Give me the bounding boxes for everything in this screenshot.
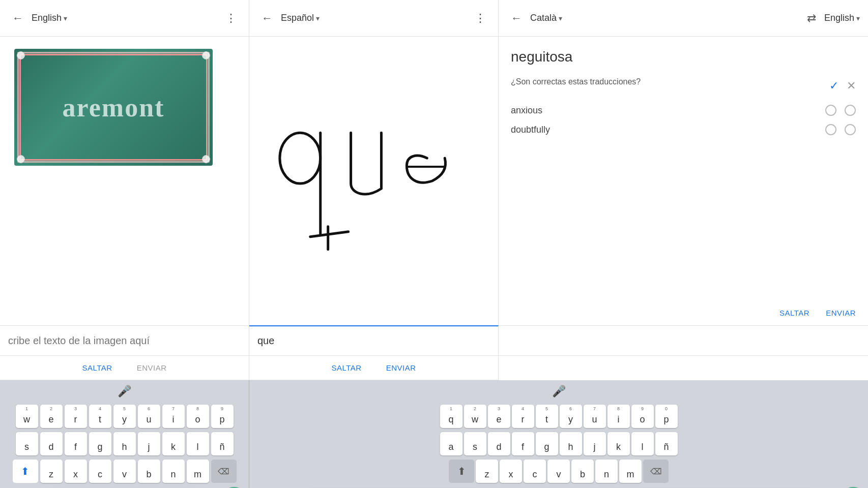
right-action-buttons: SALTAR ENVIAR	[767, 300, 868, 325]
left-language-arrow: ▾	[64, 14, 67, 22]
key-right-1-t[interactable]: 5t	[536, 405, 558, 428]
key-right-1-o[interactable]: 9o	[631, 405, 654, 428]
key-right-2-f[interactable]: f	[512, 432, 534, 455]
key-right-2-k[interactable]: k	[607, 432, 630, 455]
right-back-button[interactable]: ←	[507, 8, 526, 29]
right-panel: neguitosa ¿Son correctas estas traduccio…	[499, 37, 868, 156]
key-right-1-u[interactable]: 7u	[584, 405, 606, 428]
key-left-2-s[interactable]: s	[16, 432, 38, 455]
key-right-3-z[interactable]: z	[476, 460, 498, 483]
right-language-selector[interactable]: Català ▾	[530, 13, 562, 23]
right-end-language-selector[interactable]: English ▾	[824, 13, 860, 23]
left-menu-button[interactable]: ⋮	[221, 8, 241, 29]
middle-panel	[249, 37, 499, 325]
key-left-3-b[interactable]: b	[138, 460, 160, 483]
left-send-button[interactable]: ENVIAR	[137, 363, 167, 372]
left-skip-button[interactable]: SALTAR	[82, 363, 112, 372]
left-action-row: SALTAR ENVIAR	[0, 356, 249, 380]
key-right-2-d[interactable]: d	[488, 432, 510, 455]
middle-skip-button[interactable]: SALTAR	[332, 363, 362, 372]
key-left-3-c[interactable]: c	[89, 460, 111, 483]
key-left-2-d[interactable]: d	[40, 432, 63, 455]
handle-top-right	[202, 51, 210, 59]
key-right-1-w[interactable]: 2w	[464, 405, 486, 428]
middle-language-arrow: ▾	[316, 14, 320, 22]
key-left-2-n[interactable]: ñ	[211, 432, 234, 455]
middle-text-input[interactable]	[257, 335, 490, 347]
left-mic-icon[interactable]: 🎤	[118, 385, 131, 398]
key-right-2-s[interactable]: s	[464, 432, 486, 455]
right-shift-key[interactable]: ⬆	[449, 460, 474, 483]
key-left-3-m[interactable]: m	[187, 460, 209, 483]
middle-send-button[interactable]: ENVIAR	[386, 363, 416, 372]
reject-correct-icon[interactable]: ✕	[847, 79, 856, 93]
key-left-3-z[interactable]: z	[40, 460, 63, 483]
key-left-1-u[interactable]: 6u	[138, 405, 160, 428]
right-language-label: Català	[530, 13, 557, 23]
key-left-1-y[interactable]: 5y	[113, 405, 136, 428]
key-right-2-h[interactable]: h	[560, 432, 582, 455]
key-left-3-v[interactable]: v	[113, 460, 136, 483]
key-right-1-q[interactable]: 1q	[440, 405, 462, 428]
middle-back-button[interactable]: ←	[257, 8, 277, 29]
key-right-2-j[interactable]: j	[584, 432, 606, 455]
middle-menu-button[interactable]: ⋮	[471, 8, 490, 29]
key-left-1-t[interactable]: 4t	[89, 405, 111, 428]
key-right-2-g[interactable]: g	[536, 432, 558, 455]
key-right-1-y[interactable]: 6y	[560, 405, 582, 428]
mic-row: 🎤 🎤	[0, 380, 868, 403]
left-language-selector[interactable]: English ▾	[32, 13, 67, 23]
radio-doubtfully-yes[interactable]	[825, 124, 836, 135]
key-right-1-e[interactable]: 3e	[488, 405, 510, 428]
radio-anxious-yes[interactable]	[825, 105, 836, 116]
handwriting-canvas[interactable]	[249, 37, 498, 325]
key-right-3-b[interactable]: b	[571, 460, 594, 483]
option-radios-anxious	[825, 105, 856, 116]
radio-anxious-no[interactable]	[845, 105, 856, 116]
key-right-3-c[interactable]: c	[524, 460, 546, 483]
key-right-2-a[interactable]: a	[440, 432, 462, 455]
key-left-2-k[interactable]: k	[162, 432, 185, 455]
key-left-2-f[interactable]: f	[65, 432, 87, 455]
swap-languages-icon[interactable]: ⇄	[807, 12, 816, 25]
left-delete-key[interactable]: ⌫	[211, 460, 237, 483]
top-bar-left: ← English ▾ ⋮	[0, 0, 249, 36]
translation-question-row: ¿Son correctas estas traducciones? ✓ ✕	[511, 77, 856, 95]
key-left-1-p[interactable]: 9p	[211, 405, 234, 428]
key-right-3-v[interactable]: v	[547, 460, 570, 483]
key-right-1-i[interactable]: 8i	[607, 405, 630, 428]
right-mic-icon[interactable]: 🎤	[552, 385, 566, 398]
option-row-doubtfully: doubtfully	[511, 124, 856, 135]
handle-top-left	[17, 51, 25, 59]
left-text-input[interactable]	[8, 335, 241, 347]
right-delete-key[interactable]: ⌫	[643, 460, 669, 483]
key-left-2-j[interactable]: j	[138, 432, 160, 455]
key-left-3-x[interactable]: x	[65, 460, 87, 483]
key-right-3-m[interactable]: m	[619, 460, 642, 483]
confirm-correct-icon[interactable]: ✓	[829, 79, 838, 93]
right-skip-button[interactable]: SALTAR	[779, 309, 809, 317]
key-left-1-r[interactable]: 3r	[65, 405, 87, 428]
key-left-1-w[interactable]: 1w	[16, 405, 38, 428]
right-send-button[interactable]: ENVIAR	[826, 309, 856, 317]
keyboard-row-3: ⬆ z x c v b n m ⌫ ⬆ z x c v b n m ⌫	[0, 458, 868, 485]
key-right-2-l[interactable]: l	[631, 432, 654, 455]
key-right-3-n[interactable]: n	[595, 460, 618, 483]
key-right-2-n[interactable]: ñ	[655, 432, 678, 455]
key-right-3-x[interactable]: x	[500, 460, 522, 483]
left-back-button[interactable]: ←	[8, 8, 27, 29]
radio-doubtfully-no[interactable]	[845, 124, 856, 135]
key-left-1-e[interactable]: 2e	[40, 405, 63, 428]
key-right-1-r[interactable]: 4r	[512, 405, 534, 428]
left-shift-key[interactable]: ⬆	[13, 460, 38, 483]
key-left-1-o[interactable]: 8o	[187, 405, 209, 428]
key-left-2-l[interactable]: l	[187, 432, 209, 455]
option-label-doubtfully: doubtfully	[511, 125, 550, 135]
key-left-3-n[interactable]: n	[162, 460, 185, 483]
left-input-area	[0, 325, 249, 355]
key-left-2-h[interactable]: h	[113, 432, 136, 455]
middle-language-selector[interactable]: Español ▾	[281, 13, 320, 23]
key-left-1-i[interactable]: 7i	[162, 405, 185, 428]
key-right-1-p[interactable]: 0p	[655, 405, 678, 428]
key-left-2-g[interactable]: g	[89, 432, 111, 455]
